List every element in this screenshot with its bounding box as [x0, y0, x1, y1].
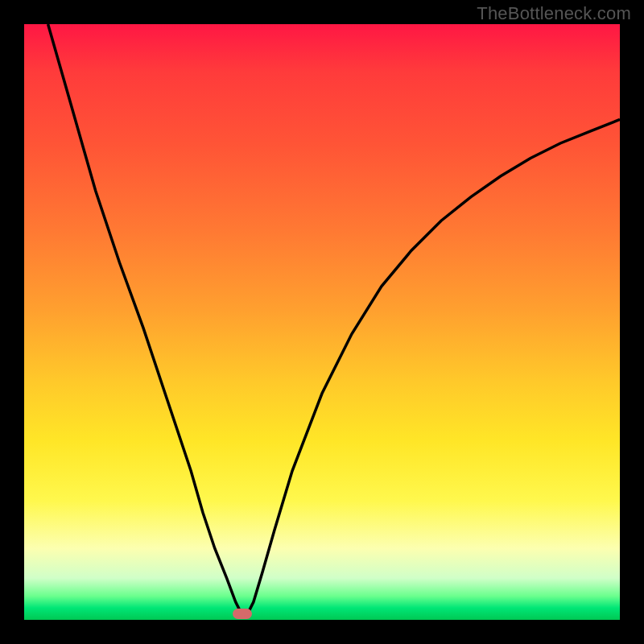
optimum-marker: [233, 609, 252, 619]
plot-area: [24, 24, 620, 620]
chart-svg: [24, 24, 620, 620]
bottleneck-curve: [48, 24, 620, 617]
watermark-text: TheBottleneck.com: [477, 3, 631, 24]
